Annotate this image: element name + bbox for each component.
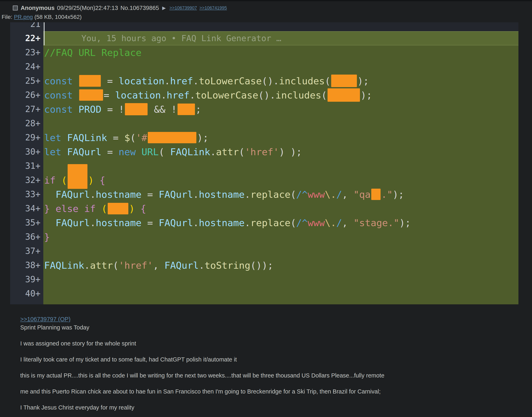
code-token: , <box>153 260 165 271</box>
comment-line: Sprint Planning was Today <box>20 324 532 331</box>
code-token: FAQurl <box>164 260 199 271</box>
code-token: ( <box>321 90 327 101</box>
code-line: 32+if () { <box>10 173 518 187</box>
code-token: FAQLink <box>170 146 210 157</box>
post-number[interactable]: No.106739865 <box>120 5 159 11</box>
git-blame-annotation: You, 15 hours ago • FAQ Link Generator … <box>81 33 281 43</box>
post: Anonymous 09/29/25(Mon)22:47:13 No.10673… <box>0 4 532 411</box>
code-line: 39+ <box>10 272 518 287</box>
code-token: const <box>44 104 79 115</box>
code-token: . <box>193 217 199 228</box>
code-token: . <box>193 75 199 86</box>
line-number: 25+ <box>10 74 43 88</box>
code-token: = <box>101 146 119 157</box>
code-token: attr <box>216 146 239 157</box>
code-content <box>43 287 518 301</box>
code-token: new <box>119 146 136 157</box>
code-token: attr <box>90 260 113 271</box>
redaction-box <box>148 132 196 143</box>
comment-line: I was assigned one story for the whole s… <box>20 340 532 347</box>
code-token: 'href' <box>245 146 279 157</box>
file-label: File: <box>2 14 14 20</box>
code-token: hostname <box>199 217 245 228</box>
line-number: 33+ <box>10 187 43 201</box>
backlink-2[interactable]: >>106741995 <box>199 5 227 10</box>
code-token: ); <box>393 189 404 200</box>
line-number: 35+ <box>10 216 43 230</box>
code-token: ( <box>101 203 107 214</box>
backlink-1[interactable]: >>106739907 <box>170 5 197 10</box>
code-token: . <box>245 217 250 228</box>
code-token: href <box>170 75 193 86</box>
code-line: 37+ <box>10 244 518 258</box>
code-token: replace <box>251 189 291 200</box>
redaction-box <box>108 203 128 214</box>
line-number: 36+ <box>10 230 43 244</box>
code-token: $ <box>124 132 130 143</box>
code-token: location <box>115 90 161 101</box>
code-token: . <box>84 260 90 271</box>
code-token: FAQurl <box>56 217 90 228</box>
code-token: ( <box>239 146 245 157</box>
comment-line: I literally took care of my ticket and t… <box>20 356 532 363</box>
code-line: 27+const PROD = ! && !; <box>10 102 518 116</box>
code-token: ); <box>399 217 411 228</box>
code-content: const = location.href.toLowerCase().incl… <box>43 74 518 88</box>
code-content <box>43 22 518 31</box>
code-content: let FAQurl = new URL( FAQLink.attr('href… <box>43 145 518 159</box>
code-content: const PROD = ! && !; <box>43 102 518 116</box>
code-token: . <box>90 189 96 200</box>
code-line: 35+ FAQurl.hostname = FAQurl.hostname.re… <box>10 216 518 230</box>
code-token: let <box>44 146 67 157</box>
code-token: let <box>44 132 67 143</box>
code-content: //FAQ URL Replace <box>43 45 518 60</box>
code-token: = <box>141 189 159 200</box>
comment-line: this is my actual PR....this is all the … <box>20 372 532 379</box>
code-token: toString <box>204 260 250 271</box>
code-token: FAQLink <box>44 260 84 271</box>
code-line: 24+ <box>10 60 518 74</box>
code-token: FAQurl <box>56 189 90 200</box>
code-line: 25+const = location.href.toLowerCase().i… <box>10 74 518 88</box>
code-token: replace <box>251 217 291 228</box>
code-token: \. <box>325 217 336 228</box>
code-content: } <box>43 230 518 244</box>
line-number: 23+ <box>10 45 43 60</box>
code-token: ) <box>129 203 141 214</box>
line-number: 37+ <box>10 244 43 258</box>
redaction-box <box>79 75 101 87</box>
line-number: 24+ <box>10 60 43 74</box>
line-number: 26+ <box>10 88 43 102</box>
code-line: 38+FAQLink.attr('href', FAQurl.toString(… <box>10 258 518 272</box>
code-token: includes <box>279 75 325 86</box>
code-line: 33+ FAQurl.hostname = FAQurl.hostname.re… <box>10 187 518 201</box>
code-token: (). <box>258 90 276 101</box>
file-link[interactable]: PR.png <box>14 14 33 20</box>
quotelink-op[interactable]: >>106739797 (OP) <box>20 316 70 323</box>
code-token: ()); <box>251 260 273 271</box>
code-token: '# <box>136 132 147 143</box>
code-screenshot-image[interactable]: 2122+You, 15 hours ago • FAQ Link Genera… <box>10 22 518 304</box>
code-line: 29+let FAQLink = $('#); <box>10 130 518 145</box>
code-token: . <box>161 90 167 101</box>
code-token: } <box>44 231 50 242</box>
code-token: else if <box>56 203 101 214</box>
code-line: 22+You, 15 hours ago • FAQ Link Generato… <box>10 31 518 45</box>
code-token: FAQurl <box>159 217 193 228</box>
code-token: / <box>336 217 342 228</box>
code-line: 28+ <box>10 116 518 130</box>
code-token: . <box>190 90 195 101</box>
code-token: ( <box>291 189 296 200</box>
code-token: FAQurl <box>67 146 101 157</box>
code-token: ; <box>196 104 201 115</box>
code-token: { <box>141 203 146 214</box>
code-token: includes <box>276 90 321 101</box>
post-checkbox[interactable] <box>13 5 18 10</box>
code-token: , <box>342 189 353 200</box>
post-timestamp: 09/29/25(Mon)22:47:13 <box>57 5 118 11</box>
code-token: www <box>308 217 325 228</box>
code-line: 21 <box>10 22 518 31</box>
post-menu-arrow-icon[interactable]: ▶ <box>162 5 166 11</box>
code-token: } <box>44 203 56 214</box>
code-token: \. <box>325 189 336 200</box>
